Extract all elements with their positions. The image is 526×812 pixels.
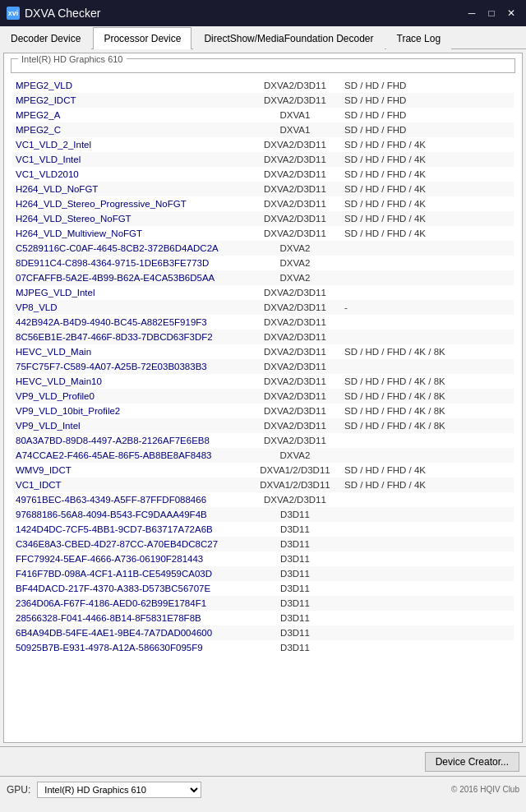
row-type: DXVA2/D3D11	[246, 140, 344, 150]
row-resolution: SD / HD / FHD / 4K	[344, 228, 510, 238]
table-row: BF44DACD-217F-4370-A383-D573BC56707ED3D1…	[12, 581, 514, 596]
row-type: DXVA2/D3D11	[246, 199, 344, 209]
device-creator-button[interactable]: Device Creator...	[425, 752, 519, 772]
row-type: DXVA1/2/D3D11	[246, 480, 344, 490]
row-type: D3D11	[246, 628, 344, 638]
row-name: 07CFAFFB-5A2E-4B99-B62A-E4CA53B6D5AA	[16, 273, 246, 283]
restore-button[interactable]: □	[483, 5, 500, 21]
row-type: DXVA1	[246, 110, 344, 120]
bottom-bar: Device Creator...	[0, 746, 526, 776]
table-row: 8DE911C4-C898-4364-9715-1DE6B3FE773DDXVA…	[12, 256, 514, 270]
row-type: DXVA2/D3D11	[246, 184, 344, 194]
row-resolution: -	[344, 302, 510, 312]
table-row: VP9_VLD_Profile0DXVA2/D3D11SD / HD / FHD…	[12, 389, 514, 404]
row-type: D3D11	[246, 643, 344, 653]
table-row: VC1_IDCTDXVA1/2/D3D11SD / HD / FHD / 4K	[12, 478, 514, 492]
row-resolution: SD / HD / FHD / 4K	[344, 214, 510, 224]
table-row: 75FC75F7-C589-4A07-A25B-72E03B0383B3DXVA…	[12, 359, 514, 374]
row-resolution: SD / HD / FHD	[344, 110, 510, 120]
row-name: VP9_VLD_10bit_Profile2	[16, 406, 246, 416]
gpu-select[interactable]: Intel(R) HD Graphics 610	[37, 782, 201, 798]
table-row: MPEG2_IDCTDXVA2/D3D11SD / HD / FHD	[12, 93, 514, 108]
table-row: 49761BEC-4B63-4349-A5FF-87FFDF088466DXVA…	[12, 492, 514, 507]
row-name: HEVC_VLD_Main	[16, 347, 246, 357]
row-name: HEVC_VLD_Main10	[16, 376, 246, 386]
table-row: H264_VLD_Stereo_Progressive_NoFGTDXVA2/D…	[12, 196, 514, 211]
table-row: F416F7BD-098A-4CF1-A11B-CE54959CA03DD3D1…	[12, 566, 514, 581]
row-resolution: SD / HD / FHD	[344, 95, 510, 105]
row-name: 2364D06A-F67F-4186-AED0-62B99E1784F1	[16, 598, 246, 608]
row-type: DXVA2	[246, 258, 344, 268]
tab-directshow[interactable]: DirectShow/MediaFoundation Decoder	[193, 27, 384, 49]
row-name: MPEG2_IDCT	[16, 95, 246, 105]
table-row: 1424D4DC-7CF5-4BB1-9CD7-B63717A72A6BD3D1…	[12, 522, 514, 537]
minimize-button[interactable]: ─	[464, 5, 480, 21]
row-name: H264_VLD_Stereo_Progressive_NoFGT	[16, 199, 246, 209]
table-row: VP9_VLD_IntelDXVA2/D3D11SD / HD / FHD / …	[12, 418, 514, 433]
table-row: 07CFAFFB-5A2E-4B99-B62A-E4CA53B6D5AADXVA…	[12, 270, 514, 285]
table-row: 50925B7B-E931-4978-A12A-586630F095F9D3D1…	[12, 640, 514, 655]
row-resolution: SD / HD / FHD / 4K	[344, 184, 510, 194]
row-name: A74CCAE2-F466-45AE-86F5-AB8BE8AF8483	[16, 450, 246, 460]
group-label-text: Intel(R) HD Graphics 610	[18, 54, 127, 64]
row-name: MPEG2_A	[16, 110, 246, 120]
table-row: VP8_VLDDXVA2/D3D11-	[12, 300, 514, 315]
row-resolution: SD / HD / FHD / 4K	[344, 155, 510, 164]
row-resolution: SD / HD / FHD / 4K	[344, 480, 510, 490]
table-row: HEVC_VLD_MainDXVA2/D3D11SD / HD / FHD / …	[12, 344, 514, 359]
row-type: DXVA2/D3D11	[246, 495, 344, 505]
table-row: H264_VLD_Stereo_NoFGTDXVA2/D3D11SD / HD …	[12, 211, 514, 226]
row-type: D3D11	[246, 510, 344, 519]
app-icon: xvi	[7, 7, 20, 20]
row-resolution: SD / HD / FHD	[344, 125, 510, 135]
row-name: FFC79924-5EAF-4666-A736-06190F281443	[16, 554, 246, 564]
table-row: VC1_VLD2010DXVA2/D3D11SD / HD / FHD / 4K	[12, 167, 514, 182]
tab-processor[interactable]: Processor Device	[93, 27, 191, 49]
row-type: D3D11	[246, 613, 344, 623]
table-row: 8C56EB1E-2B47-466F-8D33-7DBCD63F3DF2DXVA…	[12, 330, 514, 344]
row-type: D3D11	[246, 598, 344, 608]
close-button[interactable]: ✕	[503, 5, 519, 21]
row-type: DXVA1	[246, 125, 344, 135]
row-type: DXVA2	[246, 450, 344, 460]
row-resolution: SD / HD / FHD / 4K / 8K	[344, 376, 510, 386]
row-type: DXVA2/D3D11	[246, 214, 344, 224]
row-name: H264_VLD_Stereo_NoFGT	[16, 214, 246, 224]
data-table: MPEG2_VLDDXVA2/D3D11SD / HD / FHDMPEG2_I…	[4, 76, 522, 657]
row-name: H264_VLD_Multiview_NoFGT	[16, 228, 246, 238]
row-name: C346E8A3-CBED-4D27-87CC-A70EB4DC8C27	[16, 539, 246, 549]
row-name: 8DE911C4-C898-4364-9715-1DE6B3FE773D	[16, 258, 246, 268]
table-row: MJPEG_VLD_IntelDXVA2/D3D11	[12, 285, 514, 300]
tab-decoder[interactable]: Decoder Device	[0, 27, 91, 49]
table-row: H264_VLD_NoFGTDXVA2/D3D11SD / HD / FHD /…	[12, 182, 514, 196]
tab-tracelog[interactable]: Trace Log	[386, 27, 452, 49]
row-type: DXVA2/D3D11	[246, 436, 344, 445]
table-row: C346E8A3-CBED-4D27-87CC-A70EB4DC8C27D3D1…	[12, 537, 514, 551]
table-row: 80A3A7BD-89D8-4497-A2B8-2126AF7E6EB8DXVA…	[12, 433, 514, 448]
table-row: 6B4A94DB-54FE-4AE1-9BE4-7A7DAD004600D3D1…	[12, 625, 514, 640]
table-row: VC1_VLD_IntelDXVA2/D3D11SD / HD / FHD / …	[12, 152, 514, 167]
row-type: DXVA2/D3D11	[246, 317, 344, 327]
row-type: D3D11	[246, 584, 344, 593]
row-name: 6B4A94DB-54FE-4AE1-9BE4-7A7DAD004600	[16, 628, 246, 638]
row-type: DXVA2/D3D11	[246, 95, 344, 105]
row-type: D3D11	[246, 539, 344, 549]
row-name: VC1_IDCT	[16, 480, 246, 490]
row-name: VP8_VLD	[16, 302, 246, 312]
table-row: FFC79924-5EAF-4666-A736-06190F281443D3D1…	[12, 551, 514, 566]
row-type: DXVA2/D3D11	[246, 347, 344, 357]
row-name: VC1_VLD_Intel	[16, 155, 246, 164]
row-name: MPEG2_VLD	[16, 81, 246, 90]
row-resolution: SD / HD / FHD / 4K / 8K	[344, 421, 510, 431]
row-type: DXVA2/D3D11	[246, 376, 344, 386]
row-resolution: SD / HD / FHD / 4K	[344, 465, 510, 475]
row-type: D3D11	[246, 554, 344, 564]
logo-text: © 2016 HQIV Club	[451, 785, 519, 794]
table-row: H264_VLD_Multiview_NoFGTDXVA2/D3D11SD / …	[12, 226, 514, 241]
row-type: DXVA2/D3D11	[246, 288, 344, 298]
row-type: D3D11	[246, 524, 344, 534]
row-resolution: SD / HD / FHD / 4K	[344, 169, 510, 179]
row-type: DXVA2/D3D11	[246, 391, 344, 401]
row-resolution: SD / HD / FHD / 4K / 8K	[344, 347, 510, 357]
row-resolution: SD / HD / FHD	[344, 81, 510, 90]
